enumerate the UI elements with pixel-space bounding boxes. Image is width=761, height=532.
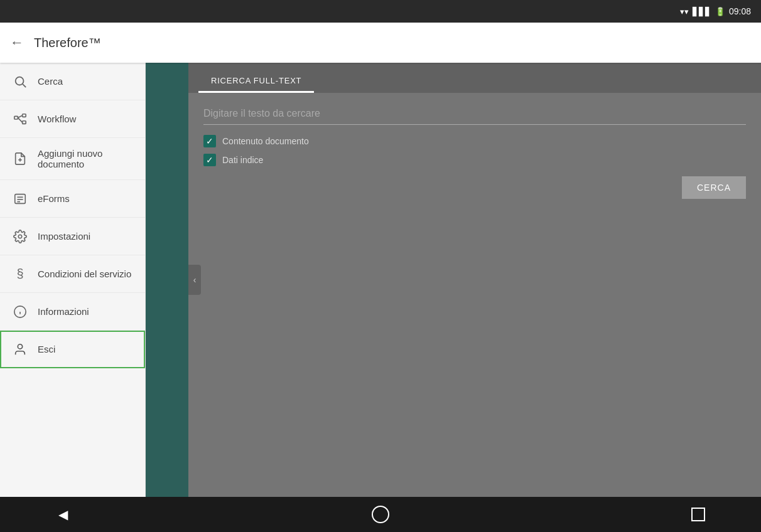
nav-bar: ◀ xyxy=(0,497,761,532)
app-container: ← Therefore™ Cerca xyxy=(0,23,761,497)
app-title: Therefore™ xyxy=(34,36,101,50)
search-panel: ✓ Contenuto documento ✓ Dati indice CERC… xyxy=(188,93,761,497)
svg-line-1 xyxy=(23,84,26,87)
nav-home-button[interactable] xyxy=(368,502,393,527)
svg-rect-2 xyxy=(14,116,18,119)
checkbox-contenuto[interactable]: ✓ xyxy=(203,135,216,147)
nav-home-icon xyxy=(372,506,389,523)
svg-rect-3 xyxy=(23,114,26,117)
sidebar-esci-label: Esci xyxy=(38,344,55,354)
top-header: ← Therefore™ xyxy=(0,23,761,63)
status-time: 09:08 xyxy=(729,6,751,16)
checkbox-row-dati: ✓ Dati indice xyxy=(203,154,746,166)
sidebar-workflow-label: Workflow xyxy=(38,114,76,124)
sidebar: Cerca Workflow xyxy=(0,63,146,497)
nav-square-icon xyxy=(691,508,705,521)
search-input-area xyxy=(203,108,746,125)
checkbox-dati-label: Dati indice xyxy=(222,155,263,165)
sidebar-item-workflow[interactable]: Workflow xyxy=(0,100,145,138)
eforms-icon xyxy=(13,192,28,206)
terms-icon: § xyxy=(13,267,28,281)
wifi-icon: ▾▾ xyxy=(680,7,689,16)
settings-icon xyxy=(13,230,28,243)
info-icon xyxy=(13,305,28,319)
nav-square-button[interactable] xyxy=(686,502,711,527)
svg-point-0 xyxy=(16,77,24,85)
checkbox-dati[interactable]: ✓ xyxy=(203,154,216,166)
back-button[interactable]: ← xyxy=(10,35,24,51)
dark-strip xyxy=(146,63,188,497)
sidebar-item-eforms[interactable]: eForms xyxy=(0,180,145,218)
search-icon xyxy=(13,75,28,88)
check-icon-dati: ✓ xyxy=(206,155,213,165)
sidebar-item-impostazioni[interactable]: Impostazioni xyxy=(0,218,145,255)
sidebar-aggiungi-label: Aggiungi nuovo documento xyxy=(38,148,132,169)
svg-line-6 xyxy=(18,117,22,122)
status-bar: ▾▾ ▋▋▋ 🔋 09:08 xyxy=(0,0,761,23)
sidebar-item-condizioni[interactable]: § Condizioni del servizio xyxy=(0,255,145,293)
workflow-icon xyxy=(13,112,28,126)
cerca-button-area: CERCA xyxy=(203,176,746,199)
svg-point-13 xyxy=(18,235,22,238)
content-area: Cerca Workflow xyxy=(0,63,761,497)
checkbox-contenuto-label: Contenuto documento xyxy=(222,136,309,146)
cerca-button[interactable]: CERCA xyxy=(682,176,746,199)
back-icon: ← xyxy=(10,35,24,51)
add-doc-icon xyxy=(13,152,28,166)
collapse-handle[interactable]: ‹ xyxy=(188,265,201,295)
sidebar-item-cerca[interactable]: Cerca xyxy=(0,63,145,100)
search-input[interactable] xyxy=(203,108,746,119)
nav-back-icon: ◀ xyxy=(58,507,68,522)
svg-point-17 xyxy=(18,344,22,348)
main-content: RICERCA FULL-TEXT ‹ ✓ xyxy=(188,63,761,497)
battery-icon: 🔋 xyxy=(715,7,725,16)
sidebar-item-aggiungi[interactable]: Aggiungi nuovo documento xyxy=(0,138,145,180)
tab-fulltext[interactable]: RICERCA FULL-TEXT xyxy=(198,68,314,93)
sidebar-eforms-label: eForms xyxy=(38,193,70,204)
tab-bar: RICERCA FULL-TEXT xyxy=(188,63,761,93)
status-icons: ▾▾ ▋▋▋ 🔋 09:08 xyxy=(680,6,751,16)
sidebar-condizioni-label: Condizioni del servizio xyxy=(38,269,131,279)
user-icon xyxy=(13,343,28,356)
sidebar-impostazioni-label: Impostazioni xyxy=(38,231,90,242)
check-icon-contenuto: ✓ xyxy=(206,136,213,146)
svg-rect-4 xyxy=(23,120,26,124)
collapse-icon: ‹ xyxy=(193,275,197,285)
svg-line-5 xyxy=(18,115,22,118)
sidebar-item-esci[interactable]: Esci xyxy=(0,331,145,368)
checkbox-group: ✓ Contenuto documento ✓ Dati indice xyxy=(203,135,746,166)
signal-icon: ▋▋▋ xyxy=(693,7,711,16)
nav-back-button[interactable]: ◀ xyxy=(50,502,75,527)
sidebar-cerca-label: Cerca xyxy=(38,76,63,87)
sidebar-informazioni-label: Informazioni xyxy=(38,306,89,317)
sidebar-item-informazioni[interactable]: Informazioni xyxy=(0,293,145,331)
checkbox-row-contenuto: ✓ Contenuto documento xyxy=(203,135,746,147)
